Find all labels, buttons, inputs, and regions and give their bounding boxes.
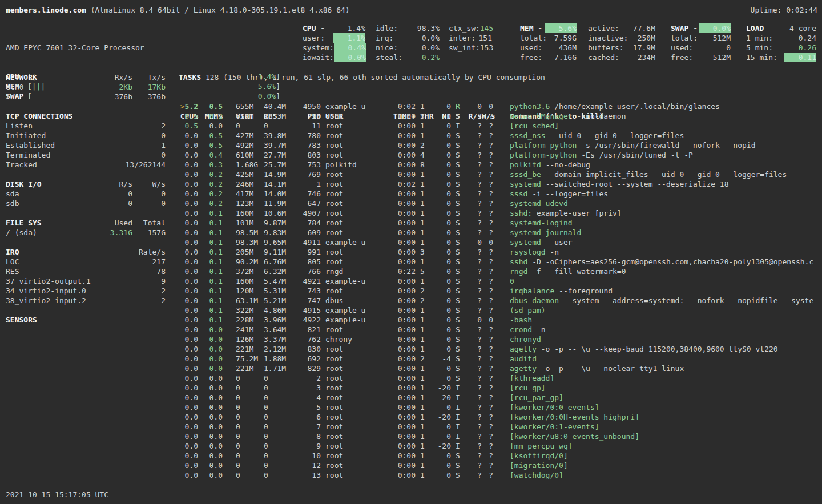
cell-cpu: 0.0 (179, 383, 198, 393)
process-row[interactable]: 0.50.2659M18.3M796root0:0030S??NetworkMa… (179, 111, 822, 121)
command-args: /home/example-user/.local/bin/glances (554, 102, 720, 111)
process-row[interactable]: 0.00.0241M3.64M821root0:0010S??crond -n (179, 325, 822, 334)
cell-user: root (325, 373, 370, 383)
cell-virt: 63.1M (236, 296, 264, 305)
cell-ws: ? (482, 276, 493, 286)
cell-virt: 221M (236, 364, 264, 373)
process-row[interactable]: 0.00.1228M3.96M4922example-u0:0010S00-ba… (179, 315, 822, 325)
process-row[interactable]: 0.00.31.68G25.7M753polkitd0:0080S??polki… (179, 160, 822, 170)
cell-mem: 0.2 (198, 111, 223, 121)
section-row: Tracked13/262144 (6, 160, 166, 170)
command-name: crond (510, 325, 532, 334)
process-row[interactable]: >5.20.5655M40.4M4950example-u0:0210R00py… (179, 102, 822, 111)
cell-mem: 0.5 (198, 140, 223, 150)
cell-command: [rcu_sched] (510, 121, 822, 131)
section-row: 37_virtio2-output.19 (6, 276, 166, 286)
process-row[interactable]: 0.00.4610M27.7M803root0:0040S??platform-… (179, 150, 822, 160)
cell-res: 25.7M (264, 160, 292, 170)
cell-res: 0 (264, 383, 292, 393)
cell-rs: ? (468, 208, 482, 218)
os-info: (AlmaLinux 8.4 64bit / Linux 4.18.0-305.… (86, 6, 350, 14)
process-row[interactable]: 0.00.198.5M9.83M609root0:0010S??systemd-… (179, 228, 822, 237)
cell-virt: 221M (236, 344, 264, 354)
process-row[interactable]: 0.00.5427M39.8M780root0:0010S??sssd_nss … (179, 131, 822, 140)
tasks-summary: TASKS 128 (150 thr), 1 run, 61 slp, 66 o… (179, 72, 545, 82)
cell-command: agetty -o -p -- \u --noclear tty1 linux (510, 364, 822, 373)
stat-row: active:77.6M (588, 23, 655, 33)
process-row[interactable]: 0.00.075.2M1.88M692root0:002-4S??auditd (179, 354, 822, 364)
process-row[interactable]: 0.00.1322M4.86M4915example-u0:0010S??(sd… (179, 305, 822, 315)
process-row[interactable]: 0.00.0002root0:0010S??[kthreadd] (179, 373, 822, 383)
process-row[interactable]: 0.00.00012root0:0010S??[migration/0] (179, 461, 822, 470)
cell-time: 0:00 (370, 150, 416, 160)
process-row[interactable]: 0.00.0004root0:001-20I??[rcu_par_gp] (179, 393, 822, 402)
section-row: eth02Kb17Kb (6, 82, 166, 92)
cell-time: 0:00 (370, 325, 416, 334)
cell-thr: 1 (420, 189, 434, 199)
process-row[interactable]: 0.00.0005root0:0010I??[kworker/0:0-event… (179, 402, 822, 412)
process-row[interactable]: 0.00.1372M6.32M766rngd0:2250S??rngd -f -… (179, 267, 822, 276)
process-row[interactable]: 0.00.5492M39.7M783root0:0020S??platform-… (179, 140, 822, 150)
cell-pid: 805 (292, 257, 321, 267)
cell-cpu: 0.0 (179, 296, 198, 305)
stat-row: idle:98.3% (376, 23, 440, 33)
cpu-stats-col1: CPU -1.4%user:1.1%system:0.4%iowait:0.0% (303, 23, 365, 62)
cell-user: root (325, 286, 370, 296)
cell-ni: 0 (434, 237, 451, 247)
cell-user: root (325, 470, 370, 480)
process-row[interactable]: 0.00.1101M9.87M784root0:0010S??systemd-l… (179, 218, 822, 228)
process-row[interactable]: 0.00.1120M5.31M743root0:0020S??irqbalanc… (179, 286, 822, 296)
process-row[interactable]: 0.00.2246M14.1M1root0:0210S??systemd --s… (179, 179, 822, 189)
cell-user: root (325, 451, 370, 461)
cell-res: 18.3M (264, 111, 292, 121)
process-row[interactable]: 0.00.0009root0:001-20I??[mm_percpu_wq] (179, 441, 822, 451)
command-name: rngd (510, 267, 527, 276)
process-row[interactable]: 0.00.1205M9.11M991root0:0030S??rsyslogd … (179, 247, 822, 257)
cell-pid: 2 (292, 373, 321, 383)
stat-value: 1.4% (348, 23, 365, 33)
cell-pid: 803 (292, 150, 321, 160)
process-row[interactable]: 0.00.190.2M6.76M805root0:0010S??sshd -D … (179, 257, 822, 267)
cell-time: 0:00 (370, 402, 416, 412)
section-row: lo376b376b (6, 92, 166, 102)
process-row[interactable]: 0.00.0007root0:0010I??[kworker/0:1-event… (179, 422, 822, 432)
cell-pid: 743 (292, 286, 321, 296)
process-row[interactable]: 0.00.2417M14.0M746root0:0010S??sssd -i -… (179, 189, 822, 199)
cell-res: 14.0M (264, 189, 292, 199)
process-row[interactable]: 0.00.2425M14.9M769root0:0010S??sssd_be -… (179, 170, 822, 179)
cell-rs: ? (468, 267, 482, 276)
process-row[interactable]: 0.00.2123M11.9M647root0:0010S??systemd-u… (179, 199, 822, 208)
cell-thr: 1 (420, 179, 434, 189)
cell-thr: 1 (420, 344, 434, 354)
stat-label: used: (671, 43, 693, 53)
command-name: sssd_nss (510, 131, 546, 140)
process-row[interactable]: 0.50.00011root0:0010I??[rcu_sched] (179, 121, 822, 131)
cell-pid: 780 (292, 131, 321, 140)
stat-value: 234M (638, 53, 655, 62)
process-row[interactable]: 0.00.0221M2.12M830root0:0010S??agetty -o… (179, 344, 822, 354)
cell-cpu: 0.0 (179, 208, 198, 218)
process-row[interactable]: 0.00.00013root0:0010S??[watchdog/0] (179, 470, 822, 480)
process-row[interactable]: 0.00.0126M3.37M762chrony0:0010S??chronyd (179, 334, 822, 344)
cell-ws: ? (482, 199, 493, 208)
cell-virt: 0 (236, 373, 264, 383)
cell-cpu: 0.0 (179, 170, 198, 179)
process-row[interactable]: 0.00.0008root0:0010I??[kworker/u8:0-even… (179, 432, 822, 441)
process-row[interactable]: 0.00.198.3M9.65M4911example-u0:0010S00sy… (179, 237, 822, 247)
command-name: [rcu_gp] (510, 384, 546, 392)
process-row[interactable]: 0.00.0003root0:001-20I??[rcu_gp] (179, 383, 822, 393)
process-row[interactable]: 0.00.00010root0:0010S??[ksoftirqd/0] (179, 451, 822, 461)
cell-time: 0:00 (370, 247, 416, 257)
process-row[interactable]: 0.00.1160M10.6M4907root0:0010S??sshd: ex… (179, 208, 822, 218)
cell-mem: 0.0 (198, 354, 223, 364)
process-row[interactable]: 0.00.0221M1.71M829root0:0010S??agetty -o… (179, 364, 822, 373)
cell-mem: 0.0 (198, 402, 223, 412)
cell-mem: 0.0 (198, 461, 223, 470)
cell-ni: 0 (434, 150, 451, 160)
cell-res: 0 (264, 121, 292, 131)
process-row[interactable]: 0.00.1160M5.47M4921example-u0:0010S??0 (179, 276, 822, 286)
cell-ws: ? (482, 208, 493, 218)
process-row[interactable]: 0.00.163.1M5.21M747dbus0:0020S??dbus-dae… (179, 296, 822, 305)
cell-res: 27.7M (264, 150, 292, 160)
process-row[interactable]: 0.00.0006root0:001-20I??[kworker/0:0H-ev… (179, 412, 822, 422)
